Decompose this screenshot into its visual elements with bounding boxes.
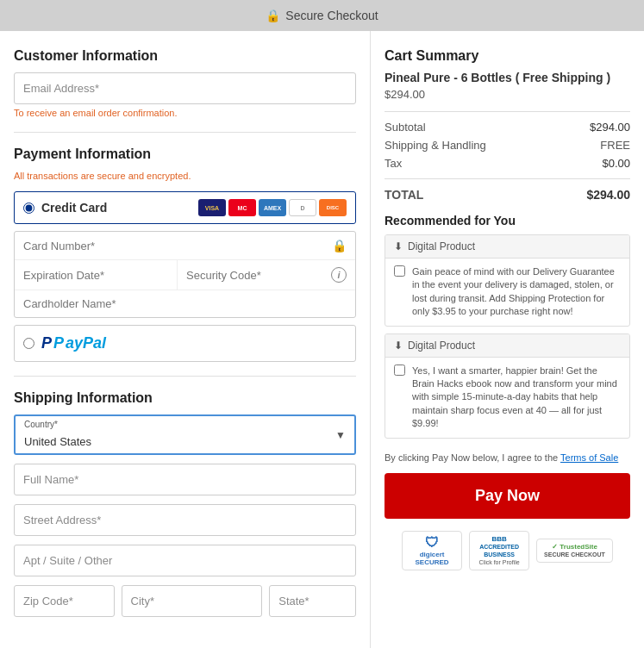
header-title: Secure Checkout [285,9,378,22]
credit-card-label: Credit Card [41,201,191,215]
shipping-label: Shipping & Handling [385,139,486,152]
email-field[interactable] [14,72,356,104]
cardholder-row [15,290,355,317]
download-icon-1: ⬇ [394,240,403,252]
state-input[interactable] [269,585,356,617]
zip-city-state-row [14,585,356,617]
terms-link[interactable]: Terms of Sale [560,452,618,463]
recommended-title: Recommended for You [385,214,630,227]
customer-info-section: Customer Information To receive an email… [14,48,356,118]
credit-card-radio[interactable] [23,202,34,214]
tax-value: $0.00 [602,157,630,170]
digicert-badge: 🛡 digicertSECURED [402,531,462,570]
card-lock-icon: 🔒 [332,239,347,252]
shipping-row: Shipping & Handling FREE [385,139,630,152]
recommend-checkbox-1[interactable] [394,265,405,277]
payment-info-section: Payment Information All transactions are… [14,146,356,362]
recommend-header-text-1: Digital Product [408,240,475,252]
recommend-body-2: Yes, I want a smarter, happier brain! Ge… [385,358,629,438]
lock-icon: 🔒 [266,9,280,22]
trustedsite-badge: ✓ TrustedSiteSECURE CHECKOUT [536,539,613,563]
subtotal-label: Subtotal [385,121,426,134]
recommend-card-2: ⬇ Digital Product Yes, I want a smarter,… [385,333,630,439]
tax-row: Tax $0.00 [385,157,630,170]
zip-code-input[interactable] [14,585,115,617]
card-number-row: 🔒 [15,232,355,260]
recommend-text-1: Gain peace of mind with our Delivery Gua… [412,265,621,319]
visa-icon: VISA [198,199,226,216]
security-code-input[interactable] [186,269,331,282]
paypal-p-light: P [53,334,64,352]
secure-checkout-header: 🔒 Secure Checkout [0,0,644,31]
download-icon-2: ⬇ [394,340,403,352]
bbb-badge: BBBACCREDITEDBUSINESSClick for Profile [469,531,529,570]
paypal-text: ayPal [66,334,106,352]
country-label: Country* [24,420,58,429]
digicert-text: digicertSECURED [410,551,454,566]
full-name-group [14,464,356,495]
shipping-info-title: Shipping Information [14,390,356,406]
discover-icon: DISC [319,199,347,216]
recommend-body-1: Gain peace of mind with our Delivery Gua… [385,259,629,326]
security-field-wrap: i [178,260,355,290]
pay-now-button[interactable]: Pay Now [385,473,630,519]
expiry-input[interactable] [15,260,178,290]
payment-info-title: Payment Information [14,146,356,162]
diners-icon: D [289,199,316,216]
customer-info-title: Customer Information [14,48,356,64]
card-fields: 🔒 i [14,231,356,318]
paypal-radio[interactable] [23,338,34,349]
subtotal-value: $294.00 [590,121,630,134]
total-label: TOTAL [385,188,423,202]
cart-summary-title: Cart Summary [385,48,630,64]
shipping-value: FREE [600,139,630,152]
cardholder-name-input[interactable] [23,297,347,310]
credit-card-option[interactable]: Credit Card VISA MC AMEX D DISC [14,191,356,224]
product-price: $294.00 [385,88,630,101]
recommend-header-2: ⬇ Digital Product [385,334,629,358]
terms-line: By clicking Pay Now below, I agree to th… [385,451,630,465]
card-icons: VISA MC AMEX D DISC [198,199,347,216]
country-select[interactable]: United States [16,416,354,453]
digicert-icon: 🛡 [410,535,454,551]
recommend-text-2: Yes, I want a smarter, happier brain! Ge… [412,364,621,431]
security-info-icon[interactable]: i [331,267,347,283]
paypal-option[interactable]: PPayPal [14,325,356,362]
subtotal-row: Subtotal $294.00 [385,121,630,134]
card-number-input[interactable] [23,240,332,252]
recommend-header-1: ⬇ Digital Product [385,235,629,259]
product-name: Pineal Pure - 6 Bottles ( Free Shipping … [385,71,630,84]
terms-prefix: By clicking Pay Now below, I agree to th… [385,452,560,463]
right-panel: Cart Summary Pineal Pure - 6 Bottles ( F… [371,31,644,648]
trusted-text: ✓ TrustedSiteSECURE CHECKOUT [544,543,605,558]
apt-suite-input[interactable] [14,545,356,576]
shipping-info-section: Shipping Information Country* United Sta… [14,390,356,617]
total-value: $294.00 [586,188,630,202]
recommend-header-text-2: Digital Product [408,340,475,352]
recommend-checkbox-2[interactable] [394,364,405,376]
full-name-input[interactable] [14,464,356,495]
trust-badges: 🛡 digicertSECURED BBBACCREDITEDBUSINESSC… [385,531,630,570]
paypal-p-blue: P [41,334,52,352]
left-panel: Customer Information To receive an email… [0,31,371,648]
tax-label: Tax [385,157,402,170]
mastercard-icon: MC [228,199,256,216]
payment-info-subtitle: All transactions are secure and encrypte… [14,171,356,181]
amex-icon: AMEX [259,199,286,216]
expiry-security-row: i [15,260,355,290]
country-select-wrap: Country* United States ▼ [14,414,356,455]
city-input[interactable] [122,585,263,617]
apt-group [14,545,356,576]
bbb-text: BBBACCREDITEDBUSINESSClick for Profile [477,535,522,566]
paypal-logo: PPayPal [41,334,106,352]
street-address-group [14,504,356,536]
recommend-card-1: ⬇ Digital Product Gain peace of mind wit… [385,234,630,327]
email-hint: To receive an email order confirmation. [14,108,356,118]
total-row: TOTAL $294.00 [385,188,630,202]
street-address-input[interactable] [14,504,356,536]
